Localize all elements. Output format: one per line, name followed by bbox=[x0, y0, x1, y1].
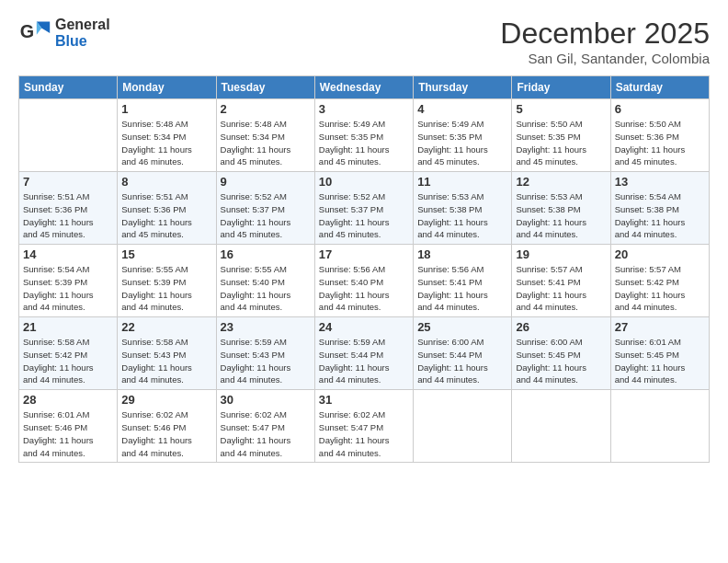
calendar-table: Sunday Monday Tuesday Wednesday Thursday… bbox=[18, 75, 710, 463]
calendar-cell: 20Sunrise: 5:57 AM Sunset: 5:42 PM Dayli… bbox=[610, 245, 709, 317]
calendar-cell bbox=[414, 390, 512, 463]
logo-icon: G bbox=[18, 17, 51, 50]
calendar-cell: 30Sunrise: 6:02 AM Sunset: 5:47 PM Dayli… bbox=[216, 390, 314, 463]
calendar-cell: 19Sunrise: 5:57 AM Sunset: 5:41 PM Dayli… bbox=[512, 245, 610, 317]
day-info: Sunrise: 5:58 AM Sunset: 5:43 PM Dayligh… bbox=[121, 336, 211, 386]
page-header: G General Blue December 2025 San Gil, Sa… bbox=[18, 17, 710, 66]
day-number: 11 bbox=[417, 175, 507, 189]
calendar-cell: 31Sunrise: 6:02 AM Sunset: 5:47 PM Dayli… bbox=[314, 390, 413, 463]
calendar-cell: 13Sunrise: 5:54 AM Sunset: 5:38 PM Dayli… bbox=[610, 172, 709, 245]
calendar-cell bbox=[19, 99, 118, 172]
month-year: December 2025 bbox=[500, 17, 710, 51]
day-info: Sunrise: 6:01 AM Sunset: 5:46 PM Dayligh… bbox=[23, 408, 113, 459]
logo-text: General Blue bbox=[55, 17, 110, 49]
day-info: Sunrise: 5:49 AM Sunset: 5:35 PM Dayligh… bbox=[417, 118, 507, 168]
day-info: Sunrise: 5:56 AM Sunset: 5:41 PM Dayligh… bbox=[417, 263, 507, 314]
calendar-cell: 29Sunrise: 6:02 AM Sunset: 5:46 PM Dayli… bbox=[118, 390, 216, 463]
day-info: Sunrise: 5:55 AM Sunset: 5:40 PM Dayligh… bbox=[221, 263, 311, 314]
day-info: Sunrise: 6:01 AM Sunset: 5:45 PM Dayligh… bbox=[615, 336, 705, 386]
col-tuesday: Tuesday bbox=[216, 76, 314, 99]
day-number: 31 bbox=[319, 393, 409, 407]
day-number: 12 bbox=[516, 175, 606, 189]
day-number: 7 bbox=[23, 175, 113, 189]
day-number: 15 bbox=[121, 247, 211, 261]
day-number: 27 bbox=[615, 320, 705, 334]
calendar-row: 7Sunrise: 5:51 AM Sunset: 5:36 PM Daylig… bbox=[19, 172, 710, 245]
calendar-cell: 2Sunrise: 5:48 AM Sunset: 5:34 PM Daylig… bbox=[216, 99, 314, 172]
day-info: Sunrise: 5:58 AM Sunset: 5:42 PM Dayligh… bbox=[23, 336, 113, 386]
calendar-cell: 21Sunrise: 5:58 AM Sunset: 5:42 PM Dayli… bbox=[19, 317, 118, 390]
calendar-cell: 26Sunrise: 6:00 AM Sunset: 5:45 PM Dayli… bbox=[512, 317, 610, 390]
logo-general: General bbox=[55, 17, 110, 33]
day-number: 16 bbox=[221, 247, 311, 261]
day-info: Sunrise: 5:59 AM Sunset: 5:44 PM Dayligh… bbox=[319, 336, 409, 386]
calendar-cell: 7Sunrise: 5:51 AM Sunset: 5:36 PM Daylig… bbox=[19, 172, 118, 245]
day-info: Sunrise: 5:49 AM Sunset: 5:35 PM Dayligh… bbox=[319, 118, 409, 168]
day-info: Sunrise: 5:48 AM Sunset: 5:34 PM Dayligh… bbox=[121, 118, 211, 168]
day-info: Sunrise: 5:57 AM Sunset: 5:42 PM Dayligh… bbox=[615, 263, 705, 314]
day-info: Sunrise: 6:02 AM Sunset: 5:47 PM Dayligh… bbox=[221, 408, 311, 459]
col-saturday: Saturday bbox=[610, 76, 709, 99]
calendar-cell: 24Sunrise: 5:59 AM Sunset: 5:44 PM Dayli… bbox=[314, 317, 413, 390]
day-number: 30 bbox=[221, 393, 311, 407]
day-info: Sunrise: 6:00 AM Sunset: 5:44 PM Dayligh… bbox=[417, 336, 507, 386]
day-number: 2 bbox=[221, 102, 311, 116]
calendar-cell: 3Sunrise: 5:49 AM Sunset: 5:35 PM Daylig… bbox=[314, 99, 413, 172]
calendar-cell: 9Sunrise: 5:52 AM Sunset: 5:37 PM Daylig… bbox=[216, 172, 314, 245]
calendar-cell: 6Sunrise: 5:50 AM Sunset: 5:36 PM Daylig… bbox=[610, 99, 709, 172]
day-number: 4 bbox=[417, 102, 507, 116]
calendar-cell: 14Sunrise: 5:54 AM Sunset: 5:39 PM Dayli… bbox=[19, 245, 118, 317]
col-wednesday: Wednesday bbox=[314, 76, 413, 99]
logo-blue: Blue bbox=[55, 33, 110, 50]
calendar-cell: 10Sunrise: 5:52 AM Sunset: 5:37 PM Dayli… bbox=[314, 172, 413, 245]
day-number: 1 bbox=[121, 102, 211, 116]
day-info: Sunrise: 5:50 AM Sunset: 5:36 PM Dayligh… bbox=[615, 118, 705, 168]
day-info: Sunrise: 5:54 AM Sunset: 5:39 PM Dayligh… bbox=[23, 263, 113, 314]
calendar-cell: 11Sunrise: 5:53 AM Sunset: 5:38 PM Dayli… bbox=[414, 172, 512, 245]
col-thursday: Thursday bbox=[414, 76, 512, 99]
day-number: 19 bbox=[516, 247, 606, 261]
day-number: 10 bbox=[319, 175, 409, 189]
calendar-cell: 8Sunrise: 5:51 AM Sunset: 5:36 PM Daylig… bbox=[118, 172, 216, 245]
day-number: 24 bbox=[319, 320, 409, 334]
day-info: Sunrise: 5:53 AM Sunset: 5:38 PM Dayligh… bbox=[516, 190, 606, 241]
calendar-cell: 17Sunrise: 5:56 AM Sunset: 5:40 PM Dayli… bbox=[314, 245, 413, 317]
day-info: Sunrise: 5:56 AM Sunset: 5:40 PM Dayligh… bbox=[319, 263, 409, 314]
day-number: 26 bbox=[516, 320, 606, 334]
day-info: Sunrise: 5:57 AM Sunset: 5:41 PM Dayligh… bbox=[516, 263, 606, 314]
calendar-cell: 28Sunrise: 6:01 AM Sunset: 5:46 PM Dayli… bbox=[19, 390, 118, 463]
calendar-row: 28Sunrise: 6:01 AM Sunset: 5:46 PM Dayli… bbox=[19, 390, 710, 463]
day-info: Sunrise: 6:02 AM Sunset: 5:47 PM Dayligh… bbox=[319, 408, 409, 459]
location: San Gil, Santander, Colombia bbox=[500, 51, 710, 66]
day-number: 18 bbox=[417, 247, 507, 261]
calendar-cell: 15Sunrise: 5:55 AM Sunset: 5:39 PM Dayli… bbox=[118, 245, 216, 317]
day-number: 8 bbox=[121, 175, 211, 189]
day-number: 17 bbox=[319, 247, 409, 261]
day-info: Sunrise: 5:51 AM Sunset: 5:36 PM Dayligh… bbox=[23, 190, 113, 241]
day-number: 3 bbox=[319, 102, 409, 116]
day-number: 28 bbox=[23, 393, 113, 407]
title-block: December 2025 San Gil, Santander, Colomb… bbox=[500, 17, 710, 66]
day-number: 5 bbox=[516, 102, 606, 116]
calendar-cell: 4Sunrise: 5:49 AM Sunset: 5:35 PM Daylig… bbox=[414, 99, 512, 172]
day-info: Sunrise: 5:48 AM Sunset: 5:34 PM Dayligh… bbox=[221, 118, 311, 168]
calendar-cell: 25Sunrise: 6:00 AM Sunset: 5:44 PM Dayli… bbox=[414, 317, 512, 390]
day-info: Sunrise: 5:53 AM Sunset: 5:38 PM Dayligh… bbox=[417, 190, 507, 241]
calendar-cell: 27Sunrise: 6:01 AM Sunset: 5:45 PM Dayli… bbox=[610, 317, 709, 390]
calendar-container: G General Blue December 2025 San Gil, Sa… bbox=[0, 0, 728, 472]
header-row: Sunday Monday Tuesday Wednesday Thursday… bbox=[19, 76, 710, 99]
calendar-cell: 12Sunrise: 5:53 AM Sunset: 5:38 PM Dayli… bbox=[512, 172, 610, 245]
day-info: Sunrise: 5:55 AM Sunset: 5:39 PM Dayligh… bbox=[121, 263, 211, 314]
calendar-cell: 22Sunrise: 5:58 AM Sunset: 5:43 PM Dayli… bbox=[118, 317, 216, 390]
calendar-cell: 1Sunrise: 5:48 AM Sunset: 5:34 PM Daylig… bbox=[118, 99, 216, 172]
day-number: 20 bbox=[615, 247, 705, 261]
day-info: Sunrise: 5:51 AM Sunset: 5:36 PM Dayligh… bbox=[121, 190, 211, 241]
day-number: 6 bbox=[615, 102, 705, 116]
day-number: 21 bbox=[23, 320, 113, 334]
col-monday: Monday bbox=[118, 76, 216, 99]
day-number: 9 bbox=[221, 175, 311, 189]
day-info: Sunrise: 5:52 AM Sunset: 5:37 PM Dayligh… bbox=[221, 190, 311, 241]
calendar-row: 1Sunrise: 5:48 AM Sunset: 5:34 PM Daylig… bbox=[19, 99, 710, 172]
calendar-cell bbox=[610, 390, 709, 463]
calendar-cell bbox=[512, 390, 610, 463]
